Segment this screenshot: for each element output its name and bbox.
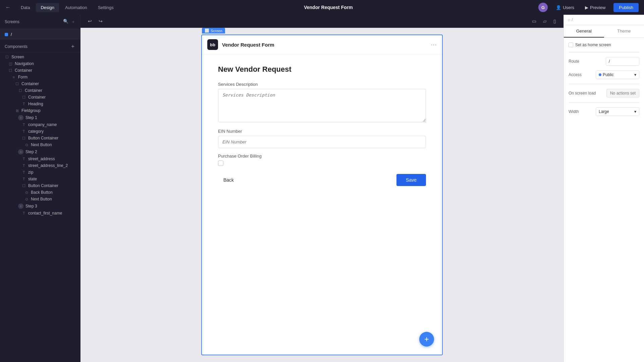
- home-icon: ⌂: [568, 17, 570, 22]
- tree-item-state[interactable]: T state: [0, 176, 80, 182]
- width-row: Width Large ▾: [569, 107, 639, 116]
- tab-theme[interactable]: Theme: [604, 25, 644, 38]
- page-title: Vendor Request Form: [118, 5, 538, 10]
- tree-item-label: Button Container: [28, 136, 58, 140]
- screen-frame: ⬜ Screen bb Vendor Request Form ⋯ New Ve…: [201, 35, 443, 355]
- tree-item-step1[interactable]: ○ Step 1: [0, 114, 80, 121]
- screen-item-root[interactable]: /: [0, 29, 80, 40]
- tree-item-heading[interactable]: T Heading: [0, 101, 80, 107]
- tab-automation[interactable]: Automation: [60, 3, 92, 12]
- tree-item-label: Container: [28, 95, 46, 100]
- main-layout: Screens 🔍 ＋ / Components ＋ ☐ Screen ◫ Na…: [0, 15, 644, 362]
- mobile-view-button[interactable]: ▯: [551, 17, 558, 25]
- properties-panel: Set as home screen Route Access Public ▾: [564, 38, 644, 121]
- ein-input[interactable]: [218, 136, 426, 148]
- tree-item-label: street_address_line_2: [28, 163, 68, 168]
- tree-item-category[interactable]: T category: [0, 128, 80, 135]
- set-home-checkbox-row: Set as home screen: [569, 43, 611, 47]
- on-screen-load-row: On screen load No actions set: [569, 89, 639, 98]
- screens-header: Screens 🔍 ＋: [0, 15, 80, 29]
- tree-item-step2[interactable]: ○ Step 2: [0, 148, 80, 156]
- tree-item-back-button[interactable]: ⊙ Back Button: [0, 189, 80, 196]
- route-input[interactable]: [606, 57, 639, 66]
- zip-icon: T: [21, 170, 26, 174]
- tree-item-next-button1[interactable]: ⊙ Next Button: [0, 141, 80, 148]
- screen-item-label: /: [11, 32, 12, 37]
- publish-button[interactable]: Publish: [613, 3, 639, 12]
- tree-item-next-button2[interactable]: ⊙ Next Button: [0, 196, 80, 202]
- back-button[interactable]: ←: [5, 4, 11, 10]
- tab-design[interactable]: Design: [36, 3, 59, 12]
- breadcrumb-slash: /: [572, 17, 573, 22]
- access-badge: Public: [599, 72, 614, 77]
- set-home-checkbox[interactable]: [569, 43, 573, 47]
- tab-settings[interactable]: Settings: [93, 3, 118, 12]
- tree-item-label: Container: [15, 68, 32, 73]
- tree-item-label: Next Button: [31, 197, 52, 201]
- company-name-icon: T: [21, 123, 26, 127]
- redo-button[interactable]: ↪: [97, 17, 105, 25]
- tree-item-label: Step 2: [25, 149, 37, 154]
- tab-data[interactable]: Data: [16, 3, 35, 12]
- purchase-order-field: Purchase Order Billing: [218, 154, 426, 166]
- screen-tag-square: ⬜: [205, 28, 209, 33]
- tab-general[interactable]: General: [564, 25, 604, 38]
- preview-button[interactable]: ▶ Preview: [582, 4, 608, 11]
- desktop-view-button[interactable]: ▭: [530, 17, 538, 25]
- save-button[interactable]: Save: [396, 174, 426, 186]
- tree-item-street-address[interactable]: T street_address: [0, 156, 80, 162]
- screen-header: bb Vendor Request Form ⋯: [202, 35, 442, 54]
- tree-item-screen[interactable]: ☐ Screen: [0, 54, 80, 60]
- tree-item-navigation[interactable]: ◫ Navigation: [0, 60, 80, 67]
- tree-item-label: category: [28, 129, 44, 134]
- tree-item-zip[interactable]: T zip: [0, 169, 80, 176]
- screens-icons: 🔍 ＋: [63, 19, 75, 25]
- tree-item-container[interactable]: ☐ Container: [0, 67, 80, 74]
- tree-item-container2[interactable]: ☐ Container: [0, 80, 80, 87]
- tree-item-step3[interactable]: ○ Step 3: [0, 202, 80, 210]
- tree-item-label: Back Button: [31, 190, 53, 195]
- services-description-field: Services Description: [218, 82, 426, 123]
- tree-item-container4[interactable]: ☐ Container: [0, 94, 80, 101]
- tablet-view-button[interactable]: ▱: [541, 17, 549, 25]
- canvas-area: ↩ ↪ ▭ ▱ ▯ ⬜ Screen bb Vendor Request For…: [80, 15, 564, 362]
- users-button[interactable]: 👤 Users: [553, 4, 577, 11]
- avatar: G: [538, 3, 548, 12]
- undo-button[interactable]: ↩: [86, 17, 94, 25]
- services-description-input[interactable]: [218, 89, 426, 122]
- search-icon[interactable]: 🔍: [63, 19, 68, 25]
- btn-container2-icon: ☐: [21, 184, 26, 188]
- add-component-button[interactable]: ＋: [70, 43, 75, 50]
- tree-item-container3[interactable]: ☐ Container: [0, 87, 80, 94]
- purchase-order-checkbox[interactable]: [218, 161, 223, 166]
- add-screen-icon[interactable]: ＋: [71, 19, 75, 25]
- tree-item-button-container1[interactable]: ☐ Button Container: [0, 135, 80, 141]
- tree-item-contact-first-name[interactable]: T contact_first_name: [0, 210, 80, 217]
- back-button[interactable]: Back: [218, 175, 239, 185]
- screen-tag: ⬜ Screen: [202, 28, 225, 34]
- route-label: Route: [569, 59, 579, 64]
- tree-item-label: contact_first_name: [28, 211, 62, 216]
- access-select[interactable]: Public ▾: [596, 70, 639, 79]
- back-btn-icon: ⊙: [24, 190, 29, 195]
- navigation-tree-icon: ◫: [8, 62, 13, 66]
- street-addr-icon: T: [21, 157, 26, 161]
- chevron-down-icon: ▾: [634, 72, 636, 77]
- step3-icon: ○: [18, 203, 23, 209]
- component-tree: ☐ Screen ◫ Navigation ☐ Container ≡ Form…: [0, 52, 80, 362]
- tree-item-form[interactable]: ≡ Form: [0, 74, 80, 80]
- tree-item-fieldgroup[interactable]: ⊞ Fieldgroup: [0, 107, 80, 114]
- tree-item-label: Container: [21, 81, 39, 86]
- form-body: New Vendor Request Services Description …: [202, 54, 442, 197]
- dots-menu-icon[interactable]: ⋯: [431, 41, 437, 48]
- access-value: Public: [603, 72, 614, 77]
- form-heading: New Vendor Request: [218, 65, 426, 74]
- tree-item-company-name[interactable]: T company_name: [0, 121, 80, 128]
- route-row: Route: [569, 57, 639, 66]
- tree-item-button-container2[interactable]: ☐ Button Container: [0, 182, 80, 189]
- width-select[interactable]: Large ▾: [596, 107, 639, 116]
- tree-item-street-address-2[interactable]: T street_address_line_2: [0, 162, 80, 169]
- canvas-toolbar: ↩ ↪ ▭ ▱ ▯: [80, 15, 564, 28]
- fab-add-button[interactable]: +: [419, 332, 434, 347]
- no-actions-button[interactable]: No actions set: [606, 89, 639, 98]
